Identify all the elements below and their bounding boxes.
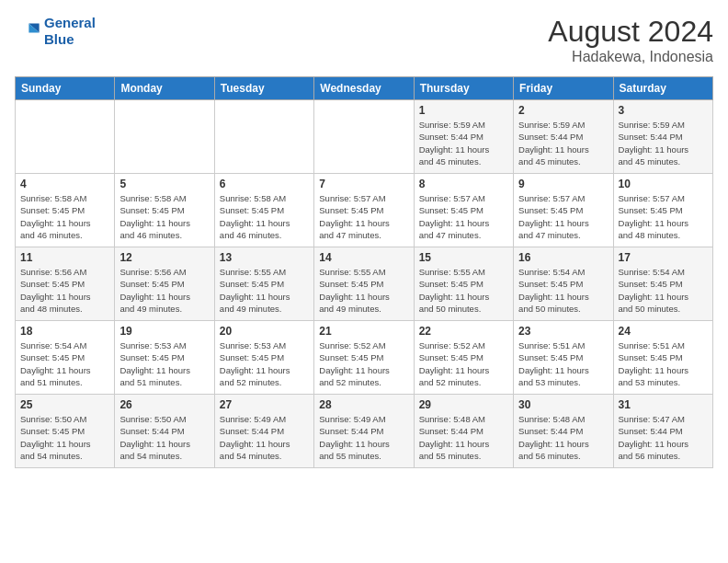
day-info: Sunrise: 5:58 AMSunset: 5:45 PMDaylight:…: [20, 192, 109, 241]
logo-text: General Blue: [44, 15, 96, 48]
calendar-header: SundayMondayTuesdayWednesdayThursdayFrid…: [16, 77, 713, 100]
header-day-tuesday: Tuesday: [214, 77, 313, 100]
day-number: 24: [619, 325, 708, 338]
calendar-cell: 21Sunrise: 5:52 AMSunset: 5:45 PMDayligh…: [314, 321, 414, 395]
day-info: Sunrise: 5:50 AMSunset: 5:45 PMDaylight:…: [20, 413, 109, 462]
logo-line1: General: [44, 15, 96, 30]
calendar-cell: 20Sunrise: 5:53 AMSunset: 5:45 PMDayligh…: [214, 321, 313, 395]
calendar-cell: 14Sunrise: 5:55 AMSunset: 5:45 PMDayligh…: [314, 247, 414, 321]
day-number: 1: [419, 104, 508, 117]
calendar-subtitle: Hadakewa, Indonesia: [548, 49, 713, 65]
day-number: 26: [119, 398, 209, 411]
header-day-thursday: Thursday: [414, 77, 513, 100]
day-number: 31: [619, 398, 708, 411]
calendar-cell: 23Sunrise: 5:51 AMSunset: 5:45 PMDayligh…: [514, 321, 613, 395]
day-info: Sunrise: 5:58 AMSunset: 5:45 PMDaylight:…: [220, 192, 309, 241]
day-number: 25: [20, 398, 109, 411]
logo-line2: Blue: [44, 31, 74, 47]
day-number: 5: [119, 178, 209, 190]
day-number: 2: [518, 104, 608, 117]
day-number: 4: [20, 178, 109, 190]
day-info: Sunrise: 5:48 AMSunset: 5:44 PMDaylight:…: [419, 413, 508, 462]
day-info: Sunrise: 5:51 AMSunset: 5:45 PMDaylight:…: [518, 339, 608, 388]
day-number: 10: [619, 178, 708, 190]
day-number: 19: [119, 325, 209, 338]
calendar-cell: 19Sunrise: 5:53 AMSunset: 5:45 PMDayligh…: [115, 321, 214, 395]
calendar-cell: [314, 100, 414, 174]
header-day-saturday: Saturday: [613, 77, 712, 100]
day-number: 15: [419, 251, 508, 264]
week-row-1: 1Sunrise: 5:59 AMSunset: 5:44 PMDaylight…: [16, 100, 713, 174]
day-info: Sunrise: 5:52 AMSunset: 5:45 PMDaylight:…: [419, 339, 508, 388]
calendar-cell: 13Sunrise: 5:55 AMSunset: 5:45 PMDayligh…: [214, 247, 313, 321]
day-number: 12: [119, 251, 209, 264]
header-day-wednesday: Wednesday: [314, 77, 414, 100]
header-day-friday: Friday: [514, 77, 613, 100]
calendar-cell: 25Sunrise: 5:50 AMSunset: 5:45 PMDayligh…: [16, 395, 115, 468]
day-number: 30: [518, 398, 608, 411]
calendar-cell: 28Sunrise: 5:49 AMSunset: 5:44 PMDayligh…: [314, 395, 414, 468]
day-info: Sunrise: 5:57 AMSunset: 5:45 PMDaylight:…: [518, 192, 608, 241]
day-number: 18: [20, 325, 109, 338]
calendar-cell: 24Sunrise: 5:51 AMSunset: 5:45 PMDayligh…: [613, 321, 712, 395]
calendar-cell: [115, 100, 214, 174]
day-number: 21: [319, 325, 408, 338]
logo: General Blue: [15, 15, 96, 48]
day-info: Sunrise: 5:57 AMSunset: 5:45 PMDaylight:…: [419, 192, 508, 241]
day-info: Sunrise: 5:48 AMSunset: 5:44 PMDaylight:…: [518, 413, 608, 462]
day-number: 27: [220, 398, 309, 411]
calendar-cell: 8Sunrise: 5:57 AMSunset: 5:45 PMDaylight…: [414, 174, 513, 247]
day-info: Sunrise: 5:55 AMSunset: 5:45 PMDaylight:…: [419, 266, 508, 315]
day-info: Sunrise: 5:49 AMSunset: 5:44 PMDaylight:…: [319, 413, 408, 462]
title-block: August 2024 Hadakewa, Indonesia: [548, 15, 713, 65]
day-info: Sunrise: 5:56 AMSunset: 5:45 PMDaylight:…: [119, 266, 209, 315]
day-info: Sunrise: 5:47 AMSunset: 5:44 PMDaylight:…: [619, 413, 708, 462]
calendar-cell: 16Sunrise: 5:54 AMSunset: 5:45 PMDayligh…: [514, 247, 613, 321]
header-day-monday: Monday: [115, 77, 214, 100]
calendar-cell: 1Sunrise: 5:59 AMSunset: 5:44 PMDaylight…: [414, 100, 513, 174]
calendar-cell: 6Sunrise: 5:58 AMSunset: 5:45 PMDaylight…: [214, 174, 313, 247]
day-info: Sunrise: 5:51 AMSunset: 5:45 PMDaylight:…: [619, 339, 708, 388]
header-row: SundayMondayTuesdayWednesdayThursdayFrid…: [16, 77, 713, 100]
day-info: Sunrise: 5:50 AMSunset: 5:44 PMDaylight:…: [119, 413, 209, 462]
calendar-cell: 29Sunrise: 5:48 AMSunset: 5:44 PMDayligh…: [414, 395, 513, 468]
day-info: Sunrise: 5:53 AMSunset: 5:45 PMDaylight:…: [220, 339, 309, 388]
calendar-cell: 15Sunrise: 5:55 AMSunset: 5:45 PMDayligh…: [414, 247, 513, 321]
day-number: 14: [319, 251, 408, 264]
day-number: 6: [220, 178, 309, 190]
calendar-cell: 3Sunrise: 5:59 AMSunset: 5:44 PMDaylight…: [613, 100, 712, 174]
calendar-cell: 11Sunrise: 5:56 AMSunset: 5:45 PMDayligh…: [16, 247, 115, 321]
calendar-cell: 30Sunrise: 5:48 AMSunset: 5:44 PMDayligh…: [514, 395, 613, 468]
day-number: 13: [220, 251, 309, 264]
calendar-cell: 26Sunrise: 5:50 AMSunset: 5:44 PMDayligh…: [115, 395, 214, 468]
calendar-cell: [214, 100, 313, 174]
day-number: 20: [220, 325, 309, 338]
week-row-5: 25Sunrise: 5:50 AMSunset: 5:45 PMDayligh…: [16, 395, 713, 468]
calendar-cell: 12Sunrise: 5:56 AMSunset: 5:45 PMDayligh…: [115, 247, 214, 321]
day-number: 23: [518, 325, 608, 338]
logo-icon: [15, 18, 40, 44]
calendar-cell: 5Sunrise: 5:58 AMSunset: 5:45 PMDaylight…: [115, 174, 214, 247]
day-number: 3: [619, 104, 708, 117]
week-row-3: 11Sunrise: 5:56 AMSunset: 5:45 PMDayligh…: [16, 247, 713, 321]
calendar-cell: 10Sunrise: 5:57 AMSunset: 5:45 PMDayligh…: [613, 174, 712, 247]
day-info: Sunrise: 5:59 AMSunset: 5:44 PMDaylight:…: [419, 119, 508, 167]
day-number: 7: [319, 178, 408, 190]
calendar-cell: 27Sunrise: 5:49 AMSunset: 5:44 PMDayligh…: [214, 395, 313, 468]
calendar-cell: 31Sunrise: 5:47 AMSunset: 5:44 PMDayligh…: [613, 395, 712, 468]
day-info: Sunrise: 5:55 AMSunset: 5:45 PMDaylight:…: [319, 266, 408, 315]
day-info: Sunrise: 5:54 AMSunset: 5:45 PMDaylight:…: [518, 266, 608, 315]
day-info: Sunrise: 5:57 AMSunset: 5:45 PMDaylight:…: [319, 192, 408, 241]
week-row-2: 4Sunrise: 5:58 AMSunset: 5:45 PMDaylight…: [16, 174, 713, 247]
day-info: Sunrise: 5:53 AMSunset: 5:45 PMDaylight:…: [119, 339, 209, 388]
day-info: Sunrise: 5:52 AMSunset: 5:45 PMDaylight:…: [319, 339, 408, 388]
calendar-body: 1Sunrise: 5:59 AMSunset: 5:44 PMDaylight…: [16, 100, 713, 468]
day-info: Sunrise: 5:54 AMSunset: 5:45 PMDaylight:…: [20, 339, 109, 388]
calendar-cell: [16, 100, 115, 174]
calendar-cell: 7Sunrise: 5:57 AMSunset: 5:45 PMDaylight…: [314, 174, 414, 247]
day-number: 11: [20, 251, 109, 264]
day-info: Sunrise: 5:58 AMSunset: 5:45 PMDaylight:…: [119, 192, 209, 241]
day-number: 8: [419, 178, 508, 190]
page-header: General Blue August 2024 Hadakewa, Indon…: [15, 15, 713, 65]
day-number: 16: [518, 251, 608, 264]
